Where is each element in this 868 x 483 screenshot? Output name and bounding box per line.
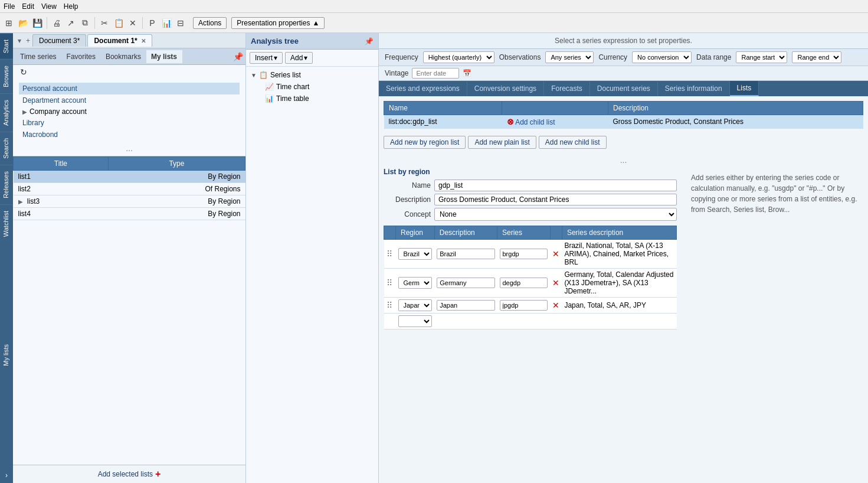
sub-tab-forecasts[interactable]: Forecasts — [544, 81, 590, 96]
view-p-icon[interactable]: P — [146, 17, 159, 30]
add-selected-lists-button[interactable]: Add selected lists + — [13, 465, 245, 483]
side-tab-releases[interactable]: Releases — [0, 165, 13, 204]
presentation-properties-button[interactable]: Presentation properties ▲ — [231, 17, 325, 29]
list-row-3-arrow[interactable]: ▶ — [18, 198, 23, 205]
region-row-brazil-drag[interactable]: ⠿ — [384, 240, 396, 269]
doc-tab-doc1-close[interactable]: ✕ — [141, 38, 146, 44]
analysis-tree-pin[interactable]: 📌 — [365, 37, 374, 45]
menu-edit[interactable]: Edit — [22, 2, 34, 11]
germany-desc-input[interactable] — [437, 278, 494, 288]
region-row-empty — [384, 314, 677, 329]
save-icon[interactable]: 💾 — [31, 17, 44, 30]
resize-handle[interactable]: ··· — [13, 144, 245, 156]
delete-icon[interactable]: ✕ — [126, 17, 139, 30]
chart-icon[interactable]: 📊 — [160, 17, 173, 30]
vintage-input[interactable] — [412, 68, 459, 79]
tab-favorites[interactable]: Favorites — [62, 50, 101, 63]
add-plain-list-button[interactable]: Add new plain list — [468, 136, 536, 149]
tree-series-list[interactable]: ▼ 📋 Series list — [246, 69, 378, 81]
side-tab-search[interactable]: Search — [0, 132, 13, 165]
region-row-japan-remove[interactable]: ✕ — [550, 298, 562, 314]
left-panel-pin[interactable]: 📌 — [233, 52, 243, 61]
region-row-germany-remove[interactable]: ✕ — [550, 269, 562, 298]
germany-region-select[interactable]: Germany — [398, 277, 433, 289]
doc-tab-nav-arrow[interactable]: ▾ — [15, 35, 24, 46]
actions-button[interactable]: Actions — [193, 17, 227, 29]
region-row-brazil-remove[interactable]: ✕ — [550, 240, 562, 269]
germany-series-input[interactable] — [500, 278, 548, 288]
list-row-4[interactable]: list4 By Region — [14, 208, 245, 220]
side-tab-mylists[interactable]: My lists — [0, 338, 13, 372]
tab-my-lists[interactable]: My lists — [146, 50, 182, 63]
add-by-region-button[interactable]: Add new by region list — [384, 136, 466, 149]
table-icon[interactable]: ⊟ — [174, 17, 187, 30]
tree-insert-button[interactable]: Insert ▾ — [250, 52, 283, 64]
side-expand-btn[interactable]: › — [0, 468, 13, 483]
empty-region-select[interactable] — [398, 315, 433, 327]
doc-tab-nav-plus[interactable]: + — [24, 35, 32, 46]
tree-add-button[interactable]: Add ▾ — [285, 52, 313, 64]
paste-icon[interactable]: 📋 — [112, 17, 125, 30]
brazil-desc-input[interactable] — [437, 249, 494, 259]
japan-series-input[interactable] — [500, 300, 548, 311]
sub-tab-series-info[interactable]: Series information — [658, 81, 730, 96]
share-icon[interactable]: ↗ — [64, 17, 77, 30]
add-child-list-button[interactable]: Add new child list — [539, 136, 607, 149]
reload-button[interactable]: ↻ — [18, 65, 30, 79]
data-range-end-select[interactable]: Range end — [792, 51, 841, 63]
side-tab-start[interactable]: Start — [0, 33, 13, 59]
rp-list-row-1-remove[interactable]: ⊗ — [507, 117, 514, 126]
account-personal[interactable]: Personal account — [19, 83, 240, 94]
cut-icon[interactable]: ✂ — [98, 17, 111, 30]
region-row-japan-drag[interactable]: ⠿ — [384, 298, 396, 314]
sub-tab-lists[interactable]: Lists — [730, 81, 759, 96]
account-macrobond[interactable]: Macrobond — [19, 129, 240, 141]
form-row-description: Description — [384, 194, 677, 205]
doc-tab-doc3[interactable]: Document 3* — [32, 34, 86, 47]
account-company[interactable]: ▶ Company account — [19, 106, 240, 117]
japan-region-select[interactable]: Japan — [398, 299, 433, 311]
frequency-select[interactable]: Highest (quarterly) — [423, 51, 494, 63]
tree-series-list-arrow: ▼ — [251, 72, 257, 79]
form-concept-select[interactable]: None — [434, 208, 677, 221]
tree-time-chart[interactable]: 📈 Time chart — [246, 81, 378, 93]
menu-view[interactable]: View — [41, 2, 57, 11]
menu-file[interactable]: File — [4, 2, 15, 11]
copy-icon[interactable]: ⧉ — [78, 17, 91, 30]
new-icon[interactable]: ⊞ — [2, 17, 15, 30]
print-icon[interactable]: 🖨 — [50, 17, 63, 30]
form-name-input[interactable] — [434, 180, 677, 191]
vintage-calendar-icon[interactable]: 📅 — [463, 69, 471, 77]
list-row-1-title: list1 — [14, 171, 109, 183]
sub-tab-document-series[interactable]: Document series — [590, 81, 658, 96]
form-name-label: Name — [384, 181, 431, 190]
account-library[interactable]: Library — [19, 117, 240, 129]
doc-tab-doc1[interactable]: Document 1* ✕ — [87, 34, 152, 47]
account-department[interactable]: Department account — [19, 94, 240, 106]
region-row-germany: ⠿ Germany ✕ — [384, 269, 677, 298]
brazil-region-select[interactable]: Brazil — [398, 248, 433, 260]
menu-help[interactable]: Help — [64, 2, 78, 11]
rp-list-row-1-add-child[interactable]: Add child list — [515, 118, 555, 126]
side-tab-browse[interactable]: Browse — [0, 59, 13, 93]
tab-bookmarks[interactable]: Bookmarks — [101, 50, 146, 63]
tab-time-series[interactable]: Time series — [15, 50, 62, 63]
list-row-3[interactable]: ▶ list3 By Region — [14, 195, 245, 208]
sub-tab-conversion[interactable]: Conversion settings — [467, 81, 544, 96]
form-description-input[interactable] — [434, 194, 677, 205]
region-row-germany-drag[interactable]: ⠿ — [384, 269, 396, 298]
data-range-start-select[interactable]: Range start — [736, 51, 787, 63]
side-tab-analytics[interactable]: Analytics — [0, 93, 13, 132]
tree-time-table[interactable]: 📊 Time table — [246, 93, 378, 105]
currency-select[interactable]: No conversion — [632, 51, 692, 63]
observations-label: Observations — [499, 53, 541, 61]
side-tab-watchlist[interactable]: Watchlist — [0, 204, 13, 243]
open-icon[interactable]: 📂 — [17, 17, 30, 30]
sub-tab-series-expressions[interactable]: Series and expressions — [379, 81, 467, 96]
list-row-2[interactable]: list2 Of Regions — [14, 183, 245, 195]
list-row-1[interactable]: list1 By Region — [14, 171, 245, 183]
rp-list-row-1[interactable]: list:doc:gdp_list ⊗ Add child list Gross… — [384, 115, 863, 129]
japan-desc-input[interactable] — [437, 300, 494, 311]
brazil-series-input[interactable] — [500, 249, 548, 259]
observations-select[interactable]: Any series — [545, 51, 594, 63]
